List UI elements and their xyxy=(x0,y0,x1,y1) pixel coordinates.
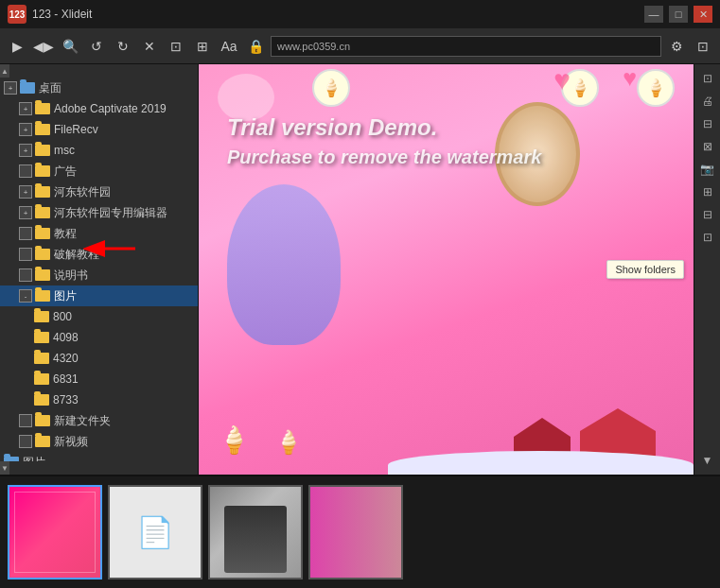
folder-icon xyxy=(35,186,50,198)
leaf-icon xyxy=(19,268,32,282)
panel-icon-3[interactable]: ⊟ xyxy=(697,113,718,134)
rotate-right-icon[interactable]: ↻ xyxy=(112,35,134,58)
folder-icon xyxy=(20,82,35,94)
sidebar-item-6831[interactable]: 6831 xyxy=(0,369,198,389)
folder-icon xyxy=(35,228,50,239)
panel-icon-6[interactable]: ⊞ xyxy=(697,182,718,202)
grid-icon[interactable]: ⊞ xyxy=(191,35,214,58)
expand-icon: + xyxy=(19,123,32,136)
sidebar-item-filerecv[interactable]: + FileRecv xyxy=(0,119,198,140)
sidebar: ▲ + 桌面 + Adobe Captivate 2019 + FileRecv… xyxy=(0,64,199,475)
lock-icon[interactable]: 🔒 xyxy=(244,35,267,58)
panel-icon-down[interactable]: ▼ xyxy=(697,450,718,471)
sidebar-item-8733[interactable]: 8733 xyxy=(0,389,198,410)
url-input[interactable] xyxy=(271,36,661,57)
play-icon[interactable]: ▶ xyxy=(6,35,28,58)
sidebar-item-4320[interactable]: 4320 xyxy=(0,348,198,369)
titlebar: 123 123 - Xlideit — □ ✕ xyxy=(0,0,720,28)
sidebar-item-manual[interactable]: 说明书 xyxy=(0,265,198,285)
window-title: 123 - Xlideit xyxy=(32,8,644,21)
sidebar-item-label: 河东软件园专用编辑器 xyxy=(54,205,167,221)
panel-icon-7[interactable]: ⊟ xyxy=(697,204,718,225)
sidebar-item-pictures[interactable]: - 图片 xyxy=(0,285,198,306)
close-button[interactable]: ✕ xyxy=(694,6,712,23)
fullscreen-icon[interactable]: ⊡ xyxy=(692,35,714,58)
scroll-up-button[interactable]: ▲ xyxy=(0,64,9,78)
sidebar-item-tutorial[interactable]: 教程 xyxy=(0,223,198,244)
sidebar-item-label: 8733 xyxy=(53,393,79,406)
prev-next-icon[interactable]: ◀▶ xyxy=(32,35,55,58)
scroll-down-button[interactable]: ▼ xyxy=(0,461,9,475)
sidebar-item-label: 教程 xyxy=(54,226,77,242)
folder-icon xyxy=(35,269,50,281)
sidebar-item-label: Adobe Captivate 2019 xyxy=(54,102,167,115)
sidebar-item-newvideo[interactable]: 新视频 xyxy=(0,431,198,452)
sidebar-item-label: 破解教程 xyxy=(54,247,99,263)
sidebar-item-label: 800 xyxy=(53,310,72,323)
expand-icon: + xyxy=(19,102,32,115)
panel-icon-1[interactable]: ⊡ xyxy=(697,68,718,89)
rotate-left-icon[interactable]: ↺ xyxy=(85,35,108,58)
thumbnail-1[interactable] xyxy=(8,485,102,579)
leaf-icon xyxy=(19,227,32,240)
leaf-icon xyxy=(19,414,32,427)
sidebar-item-label: 新视频 xyxy=(54,434,88,450)
thumbnail-2[interactable]: 📄 xyxy=(108,485,202,579)
sidebar-item-label: msc xyxy=(54,144,75,157)
panel-icon-print[interactable]: 🖨 xyxy=(697,91,718,112)
thumbnail-3-image xyxy=(210,487,301,578)
panel-icon-8[interactable]: ⊡ xyxy=(697,227,718,248)
right-panel: ⊡ 🖨 ⊟ ⊠ 📷 ⊞ ⊟ ⊡ ▼ xyxy=(694,64,720,475)
image-viewer: 🍦 🍦 🍦 ♥ ♥ Trial version Demo. Purchase t… xyxy=(199,64,694,475)
sidebar-item-label: 4320 xyxy=(53,352,79,365)
sidebar-item-label: 桌面 xyxy=(39,80,61,96)
sidebar-item-crack[interactable]: 破解教程 xyxy=(0,244,198,265)
expand-icon: + xyxy=(19,206,32,219)
expand-icon: + xyxy=(4,81,17,95)
sidebar-item-msc[interactable]: + msc xyxy=(0,140,198,161)
sidebar-item-800[interactable]: 800 xyxy=(0,306,198,327)
sidebar-item-hedong[interactable]: + 河东软件园 xyxy=(0,182,198,202)
panel-icon-camera[interactable]: 📷 xyxy=(697,159,718,180)
leaf-icon xyxy=(19,248,32,261)
expand-icon: + xyxy=(19,185,32,199)
close-icon[interactable]: ✕ xyxy=(138,35,161,58)
thumbnail-3[interactable] xyxy=(208,485,303,579)
sidebar-item-hedong-editor[interactable]: + 河东软件园专用编辑器 xyxy=(0,202,198,223)
window-controls: — □ ✕ xyxy=(644,6,712,23)
folder-icon xyxy=(35,145,50,156)
folder-icon xyxy=(35,207,50,218)
sidebar-item-label: 图片 xyxy=(54,288,77,304)
sidebar-item-4098[interactable]: 4098 xyxy=(0,327,198,348)
sidebar-item-captivate[interactable]: + Adobe Captivate 2019 xyxy=(0,98,198,119)
text-icon[interactable]: Aa xyxy=(218,35,240,58)
folder-icon xyxy=(35,124,50,135)
maximize-button[interactable]: □ xyxy=(669,6,688,23)
thumbnail-bar: 📄 xyxy=(0,475,720,588)
sidebar-tree: + 桌面 + Adobe Captivate 2019 + FileRecv +… xyxy=(0,78,198,461)
minimize-button[interactable]: — xyxy=(644,6,663,23)
sidebar-item-label: 6831 xyxy=(53,372,79,386)
folder-icon xyxy=(35,415,50,426)
main-area: ▲ + 桌面 + Adobe Captivate 2019 + FileRecv… xyxy=(0,64,720,475)
viewer-image: 🍦 🍦 🍦 ♥ ♥ Trial version Demo. Purchase t… xyxy=(199,64,694,475)
show-folders-tooltip[interactable]: Show folders xyxy=(606,260,684,279)
folder-icon xyxy=(35,103,50,114)
folder-icon xyxy=(34,394,49,406)
sidebar-item-label: 广告 xyxy=(54,164,77,180)
sidebar-item-pictures-root[interactable]: 图片 xyxy=(0,452,198,461)
settings-icon[interactable]: ⚙ xyxy=(665,35,688,58)
sidebar-item-desktop[interactable]: + 桌面 xyxy=(0,78,198,98)
leaf-icon xyxy=(19,164,32,178)
toolbar: ▶ ◀▶ 🔍 ↺ ↻ ✕ ⊡ ⊞ Aa 🔒 ⚙ ⊡ xyxy=(0,28,720,64)
thumbnail-2-image: 📄 xyxy=(110,487,201,578)
folder-icon xyxy=(34,353,49,364)
panel-icon-4[interactable]: ⊠ xyxy=(697,136,718,157)
folder-icon xyxy=(35,249,50,260)
folder-icon xyxy=(34,332,49,343)
sidebar-item-newfolder[interactable]: 新建文件夹 xyxy=(0,410,198,431)
search-icon[interactable]: 🔍 xyxy=(59,35,81,58)
crop-icon[interactable]: ⊡ xyxy=(165,35,187,58)
thumbnail-4[interactable] xyxy=(308,485,403,579)
sidebar-item-ad[interactable]: 广告 xyxy=(0,161,198,182)
